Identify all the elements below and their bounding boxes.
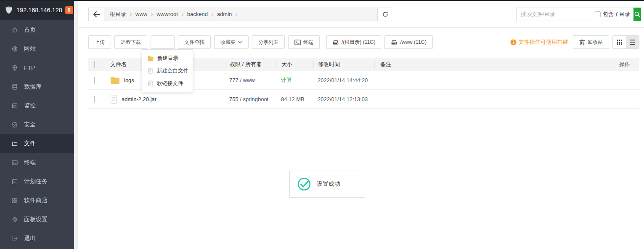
hard-drive-icon [332,40,339,45]
breadcrumb-item[interactable]: admin [217,11,232,17]
header-action: 操作 [493,61,639,68]
select-all-checkbox[interactable] [94,61,95,68]
remote-download-button[interactable]: 远程下载 [114,35,147,49]
new-menu-dropdown: 新建目录 新建空白文件 软链接文件 [142,49,193,92]
header-size[interactable]: 大小 [276,61,313,68]
sidebar-item-cron[interactable]: 计划任务 [0,172,74,191]
message-count-badge[interactable]: 0 [65,6,73,14]
breadcrumb-item[interactable]: wwwroot [156,11,178,17]
disk-root-button[interactable]: /(根目录) (11G) [326,35,381,49]
search-input-wrap: 包含子目录 [516,8,633,21]
top-border [0,0,644,1]
select-all-cell [88,61,105,67]
home-icon [11,26,19,33]
menu-item-new-directory[interactable]: 新建目录 [142,52,193,64]
favorites-button[interactable]: 收藏夹 [214,35,249,49]
include-subdir-checkbox[interactable] [595,11,601,17]
cell-size: 84.12 MB [276,96,313,102]
breadcrumb-item[interactable]: www [135,11,147,17]
sidebar-item-label: 文件 [24,140,36,147]
file-name[interactable]: admin-2.20.jar [122,96,156,102]
disk-www-button[interactable]: /www (11G) [384,35,432,49]
website-icon [11,45,19,52]
view-toggle [612,35,639,49]
breadcrumb-separator: › [212,11,213,17]
breadcrumb-separator: › [236,11,237,17]
terminal-icon [11,159,19,166]
path-bar: 根目录 › www › wwwroot › backend › admin › [88,8,393,21]
breadcrumb-separator: › [151,11,153,17]
toolbar-right: 文件操作可使用右键 回收站 [510,35,639,49]
row-checkbox[interactable] [94,96,95,103]
share-list-button[interactable]: 分享列表 [252,35,285,49]
file-name[interactable]: logs [124,77,134,83]
cell-permission-owner: 777 / www [225,77,276,83]
gear-icon [11,216,19,223]
success-toast: 设置成功 [289,171,365,198]
sidebar-item-ftp[interactable]: FTP [0,58,74,77]
include-subdir-label: 包含子目录 [603,11,630,18]
main-content: 根目录 › www › wwwroot › backend › admin › … [78,1,644,249]
trash-icon [579,39,585,46]
sidebar-item-label: 计划任务 [24,178,48,185]
sidebar-item-logout[interactable]: 退出 [0,229,74,248]
recycle-bin-button[interactable]: 回收站 [573,35,609,49]
sidebar-header: 192.168.146.128 0 [0,0,74,20]
breadcrumb-item[interactable]: 根目录 [110,11,126,18]
grid-view-icon [617,40,622,45]
search-button[interactable] [633,8,641,21]
content-gutter [74,1,78,249]
calc-size-link[interactable]: 计算 [281,77,292,83]
breadcrumb-item[interactable]: backend [187,11,208,17]
list-view-button[interactable] [626,36,639,48]
grid-view-button[interactable] [613,36,626,48]
refresh-button[interactable] [377,8,393,21]
table-row[interactable]: admin-2.20.jar 755 / springboot 84.12 MB… [88,90,639,109]
menu-item-symlink-file[interactable]: 软链接文件 [142,77,193,90]
header-modified-time[interactable]: 修改时间 [313,61,374,68]
database-icon [11,83,19,90]
file-icon [110,95,117,104]
sidebar: 192.168.146.128 0 首页 网站 FTP 数据库 监控 安全 [0,0,74,249]
sidebar-item-files[interactable]: 文件 [0,134,74,153]
success-check-icon [297,177,311,191]
menu-item-new-blank-file[interactable]: 新建空白文件 [142,64,193,77]
hard-drive-icon [391,40,398,45]
header-permission-owner[interactable]: 权限 / 所有者 [225,61,276,68]
file-toolbar: 上传 远程下载 文件查找 收藏夹 分享列表 终端 /(根目录) (11G) /w… [88,35,639,49]
sidebar-item-monitor[interactable]: 监控 [0,96,74,115]
new-menu-button[interactable] [151,35,175,49]
sidebar-menu: 首页 网站 FTP 数据库 监控 安全 文件 终端 [0,20,74,248]
cell-permission-owner: 755 / springboot [225,96,276,102]
server-ip[interactable]: 192.168.146.128 [16,7,62,13]
upload-button[interactable]: 上传 [88,35,111,49]
sidebar-item-home[interactable]: 首页 [0,20,74,39]
sidebar-item-appstore[interactable]: 软件商店 [0,191,74,210]
security-shield-icon [11,121,19,128]
chevron-down-icon [238,41,242,44]
search-input[interactable] [521,11,595,17]
file-find-button[interactable]: 文件查找 [178,35,211,49]
appstore-grid-icon [11,197,19,204]
sidebar-item-website[interactable]: 网站 [0,39,74,58]
sidebar-item-terminal[interactable]: 终端 [0,153,74,172]
cell-modified-time: 2022/01/14 14:44:20 [313,77,374,83]
logout-icon [11,235,19,242]
sidebar-item-security[interactable]: 安全 [0,115,74,134]
folder-icon [110,76,120,84]
info-icon [510,39,517,46]
sidebar-item-label: FTP [24,64,35,71]
sidebar-item-label: 软件商店 [24,197,48,204]
file-icon [148,68,153,74]
back-button[interactable] [89,8,104,21]
terminal-button[interactable]: 终端 [288,35,320,49]
monitor-icon [11,102,19,109]
row-checkbox[interactable] [94,77,95,84]
sidebar-item-label: 数据库 [24,83,42,91]
calendar-icon [11,178,19,185]
sidebar-item-label: 退出 [24,235,36,242]
sidebar-item-settings[interactable]: 面板设置 [0,210,74,229]
include-subdir-toggle[interactable]: 包含子目录 [595,11,630,18]
header-remark[interactable]: 备注 [374,61,493,68]
sidebar-item-database[interactable]: 数据库 [0,77,74,96]
